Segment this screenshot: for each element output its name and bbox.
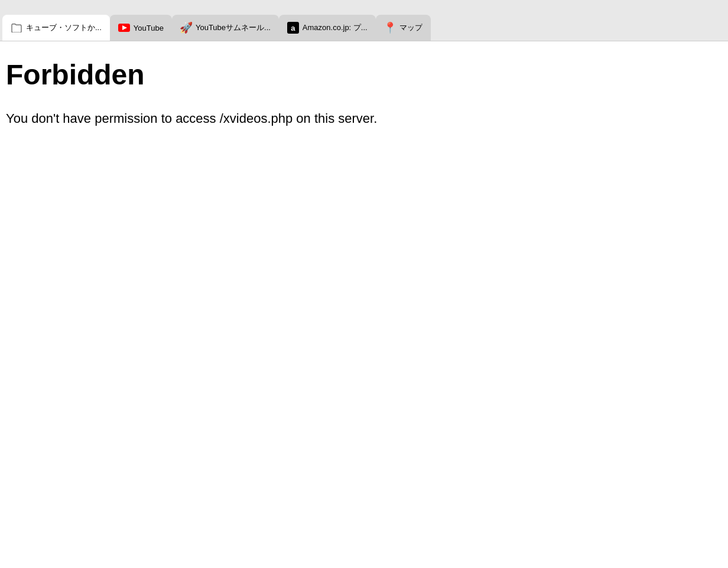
rocket-icon: 🚀 — [180, 22, 192, 34]
tab-cube-soft-label: キューブ・ソフトか... — [26, 22, 102, 33]
tab-youtube-thumbnail[interactable]: 🚀 YouTubeサムネール... — [172, 15, 279, 41]
maps-icon: 📍 — [384, 22, 396, 34]
folder-icon — [11, 22, 22, 34]
page-title: Forbidden — [6, 58, 722, 92]
tab-amazon[interactable]: a Amazon.co.jp: プ... — [279, 15, 376, 41]
tab-maps-label: マップ — [399, 22, 422, 33]
amazon-icon: a — [287, 22, 299, 34]
tab-amazon-label: Amazon.co.jp: プ... — [303, 22, 368, 33]
tab-youtube[interactable]: YouTube — [110, 15, 172, 41]
tab-cube-soft[interactable]: キューブ・ソフトか... — [2, 15, 110, 41]
youtube-icon — [118, 22, 130, 34]
tab-maps[interactable]: 📍 マップ — [376, 15, 431, 41]
forbidden-message: You don't have permission to access /xvi… — [6, 109, 722, 128]
tab-bar: キューブ・ソフトか... YouTube 🚀 YouTubeサムネール... a… — [0, 0, 728, 41]
main-content: Forbidden You don't have permission to a… — [0, 41, 728, 140]
tab-youtube-label: YouTube — [134, 24, 164, 32]
tab-youtube-thumbnail-label: YouTubeサムネール... — [196, 22, 271, 33]
